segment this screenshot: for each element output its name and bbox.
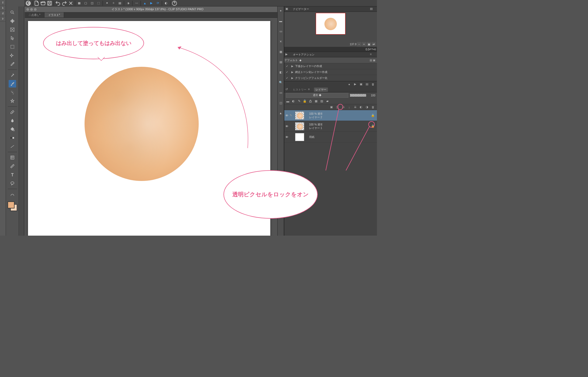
operation-tool[interactable] xyxy=(9,26,16,33)
layercolor-icon[interactable]: ▰ xyxy=(325,99,330,104)
new-raster-icon[interactable]: ▣ xyxy=(329,105,334,109)
symmetry-x-icon[interactable]: ▶ xyxy=(148,1,154,6)
aa-play-icon[interactable]: ▶ xyxy=(353,82,358,86)
draft-icon[interactable]: ✎ xyxy=(297,99,302,104)
layers-icon[interactable]: ▤ xyxy=(278,59,284,65)
fill-tool[interactable] xyxy=(9,125,16,133)
palette-icon[interactable]: ✦ xyxy=(278,8,284,13)
perspective-icon[interactable]: ✕ xyxy=(278,39,284,44)
merge-down-icon[interactable]: ⇊ xyxy=(353,105,358,109)
checker-icon[interactable]: ▦ xyxy=(278,49,284,54)
magnify-tool[interactable] xyxy=(9,9,16,16)
invert-select-icon[interactable]: ◫ xyxy=(89,1,95,6)
brush-tool[interactable] xyxy=(9,80,16,88)
zoom-in-icon[interactable]: + xyxy=(362,42,366,46)
zoom-out-icon[interactable]: − xyxy=(357,42,361,46)
ref-icon[interactable]: ◧ xyxy=(278,69,284,75)
layer-tab[interactable]: レイヤー xyxy=(314,88,328,92)
zoom-fit-icon[interactable]: ▣ xyxy=(367,42,371,46)
layer-lock-1-icon[interactable]: 🔒 xyxy=(371,124,376,128)
layer-thumb-1[interactable] xyxy=(295,122,304,130)
layer-row-1[interactable]: 👁 100 % 通常 レイヤー 1 🔒 xyxy=(284,121,377,132)
aa-new-icon[interactable]: ▣ xyxy=(359,82,363,86)
expand-select-icon[interactable]: ⬚ xyxy=(96,1,102,6)
subtool-tab[interactable]: il xyxy=(0,0,6,5)
eyedropper-tool[interactable] xyxy=(9,60,16,68)
pen-tool[interactable] xyxy=(9,71,16,79)
lock-transparent-icon[interactable] xyxy=(308,99,313,104)
snap-special-icon[interactable]: ✧ xyxy=(110,1,116,6)
blend-mode-select[interactable]: 通常 ◆ xyxy=(286,93,348,98)
rotate-ccw-icon[interactable]: ↶ xyxy=(369,48,372,51)
layer-move-tool[interactable] xyxy=(9,34,16,42)
snap-grid-icon[interactable]: ▤ xyxy=(117,1,123,6)
gradient-tool[interactable] xyxy=(9,134,16,142)
folder-icon[interactable]: ▬ xyxy=(278,18,284,24)
blend-tool[interactable] xyxy=(9,117,16,124)
aa-trash-icon[interactable]: 🗑 xyxy=(370,82,375,86)
navigator-thumbnail[interactable] xyxy=(316,13,345,34)
rotate-reset-icon[interactable]: ⟲ xyxy=(374,48,376,51)
new-vector-icon[interactable]: ◫ xyxy=(335,105,340,109)
doc-tab-0[interactable]: 二点通し* xyxy=(25,12,44,18)
balloon-tool[interactable] xyxy=(9,180,16,187)
stabilize-icon[interactable]: 〰 xyxy=(134,1,139,6)
delete-icon[interactable] xyxy=(68,1,74,6)
transfer-down-icon[interactable]: ↓ xyxy=(347,105,352,109)
new-mask-icon[interactable]: ◐ xyxy=(359,105,363,109)
layer-row-0[interactable]: 👁 ✎ 100 % 通常 レイヤー 2 🔒 xyxy=(284,110,377,121)
search-icon[interactable]: 🔍 xyxy=(278,80,284,85)
navigator-tab[interactable]: ナビゲーター xyxy=(291,7,311,11)
autoaction-item-0[interactable]: ✓▶下描きレイヤーの作成 xyxy=(284,63,377,69)
snap-ruler-icon[interactable]: ✦ xyxy=(104,1,110,6)
rotate-cw-icon[interactable]: ↷ xyxy=(372,48,374,51)
visibility-icon[interactable]: 👁 xyxy=(285,135,290,139)
layer-trash-icon[interactable]: 🗑 xyxy=(370,105,375,109)
decoration-tool[interactable] xyxy=(9,97,16,105)
layer-thumb-2[interactable] xyxy=(295,133,304,141)
ref-layer-icon[interactable]: ◐ xyxy=(291,99,296,104)
ruler-show-icon[interactable]: ▨ xyxy=(319,99,324,104)
autoaction-set[interactable]: デフォルト ◆ ▤ ▣ xyxy=(284,57,377,63)
airbrush-tool[interactable] xyxy=(9,89,16,96)
eraser-tool[interactable] xyxy=(9,108,16,116)
3d-icon[interactable]: ◫ xyxy=(278,100,284,106)
visibility-icon[interactable]: 👁 xyxy=(285,114,290,117)
history-tab[interactable]: ヒストリー xyxy=(291,88,308,92)
new-file-icon[interactable] xyxy=(34,1,40,6)
doc-tab-1[interactable]: イラスト* xyxy=(44,12,64,18)
aa-menu-icon[interactable]: ≡ xyxy=(370,53,375,57)
flip-icon[interactable]: ⇄ xyxy=(372,42,376,46)
brushsize-tab[interactable]: d xyxy=(0,11,6,16)
deselect-icon[interactable]: ▢ xyxy=(83,1,89,6)
figure-tool[interactable] xyxy=(9,143,16,150)
mask-enable-icon[interactable]: ▦ xyxy=(314,99,318,104)
visibility-icon[interactable]: 👁 xyxy=(285,125,290,128)
aa-rec-icon[interactable]: ● xyxy=(347,82,352,86)
fg-color-swatch[interactable] xyxy=(8,201,15,208)
frame-tool[interactable] xyxy=(9,154,16,161)
open-file-icon[interactable] xyxy=(40,1,46,6)
color-swatches[interactable] xyxy=(7,201,18,212)
symmetry-y-icon[interactable]: ▲ xyxy=(142,1,148,6)
assist-icon[interactable]: ◐ xyxy=(163,1,169,6)
toolprop-tab[interactable]: k xyxy=(0,5,6,11)
folder3-icon[interactable]: ▭ xyxy=(278,90,284,95)
opacity-slider[interactable] xyxy=(350,94,366,97)
layer-row-2[interactable]: 👁 用紙 xyxy=(284,132,377,142)
nav-menu-icon[interactable]: ▤ xyxy=(370,7,375,11)
undo-icon[interactable] xyxy=(55,1,61,6)
folder2-icon[interactable]: ▭ xyxy=(278,29,284,34)
autoaction-item-2[interactable]: ✓▶クリッピングフォルダー化 xyxy=(284,75,377,81)
layer-thumb-0[interactable] xyxy=(295,111,304,120)
transform-icon[interactable]: ⬗ xyxy=(125,1,131,6)
apply-mask-icon[interactable]: ◑ xyxy=(365,105,369,109)
clip-mask-icon[interactable]: ▬ xyxy=(285,99,290,104)
text-tool[interactable] xyxy=(9,171,16,179)
img-icon[interactable]: ▲ xyxy=(278,110,284,116)
correct-line-tool[interactable] xyxy=(9,191,16,198)
lock-icon[interactable]: 🔒 xyxy=(302,99,307,104)
new-folder-icon[interactable]: ▭ xyxy=(341,105,346,109)
autoaction-tab[interactable]: オートアクション xyxy=(291,53,316,57)
color-tab[interactable]: ir xyxy=(0,16,6,22)
